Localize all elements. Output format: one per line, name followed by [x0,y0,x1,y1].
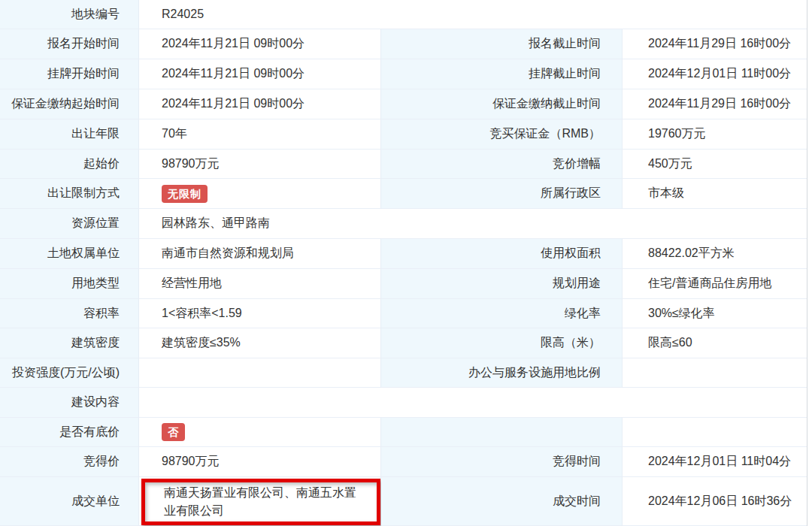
value-bid-deposit: 19760万元 [623,119,807,150]
label-height-limit: 限高（米） [381,328,623,358]
label-plot-ratio: 容积率 [0,299,139,328]
label-land-ownership-unit: 土地权属单位 [0,239,139,269]
value-registration-end-time: 2024年11月29日 16时00分 [623,29,807,59]
label-starting-price: 起始价 [0,150,139,179]
label-registration-start-time: 报名开始时间 [0,29,139,59]
value-investment-intensity [139,358,381,388]
value-grant-term: 70年 [139,119,381,150]
value-admin-district: 市本级 [623,179,807,209]
empty-label-cell [381,418,623,447]
table-row: 出让限制方式 无限制 所属行政区 市本级 [0,179,807,209]
value-listing-end-time: 2024年12月01日 11时00分 [623,59,807,89]
label-bid-deposit: 竞买保证金（RMB） [381,119,623,150]
table-row: 起始价 98790万元 竞价增幅 450万元 [0,150,807,179]
label-building-density: 建筑密度 [0,328,139,358]
table-row: 竞得价 98790万元 竞得时间 2024年12月01日 11时04分 [0,447,807,477]
table-row: 建设内容 [0,388,807,418]
value-construction-content [139,388,807,418]
table-row: 报名开始时间 2024年11月21日 09时00分 报名截止时间 2024年11… [0,29,807,59]
label-usage-right-area: 使用权面积 [381,239,623,269]
label-admin-district: 所属行政区 [381,179,623,209]
table-row: 资源位置 园林路东、通甲路南 [0,209,807,239]
label-plot-number: 地块编号 [0,0,139,29]
label-grant-term: 出让年限 [0,119,139,150]
label-resource-location: 资源位置 [0,209,139,239]
table-row: 投资强度(万元/公顷) 办公与服务设施用地比例 [0,358,807,388]
no-restriction-badge: 无限制 [162,185,208,203]
label-transfer-restriction: 出让限制方式 [0,179,139,209]
highlight-annotation-box: 南通天扬置业有限公司、南通五水置业有限公司 [141,479,380,525]
value-bid-increment: 450万元 [623,150,807,179]
land-parcel-info-table: 地块编号 R24025 报名开始时间 2024年11月21日 09时00分 报名… [0,0,807,526]
value-greening-rate: 30%≤绿化率 [623,299,807,328]
table-row: 挂牌开始时间 2024年11月21日 09时00分 挂牌截止时间 2024年12… [0,59,807,89]
value-deposit-payment-start-time: 2024年11月21日 09时00分 [139,89,381,119]
value-winning-time: 2024年12月01日 11时04分 [623,447,807,477]
table-row: 成交单位 南通天扬置业有限公司、南通五水置业有限公司 成交时间 2024年12月… [0,477,807,526]
value-plot-number: R24025 [139,0,807,29]
table-row: 土地权属单位 南通市自然资源和规划局 使用权面积 88422.02平方米 [0,239,807,269]
label-land-use-type: 用地类型 [0,269,139,299]
value-winning-price: 98790万元 [139,447,381,477]
label-listing-end-time: 挂牌截止时间 [381,59,623,89]
no-badge: 否 [162,423,185,441]
value-office-service-facility-ratio [623,358,807,388]
value-deposit-payment-end-time: 2024年11月29日 16时00分 [623,89,807,119]
label-listing-start-time: 挂牌开始时间 [0,59,139,89]
label-office-service-facility-ratio: 办公与服务设施用地比例 [381,358,623,388]
table-row: 建筑密度 建筑密度≤35% 限高（米） 限高≤60 [0,328,807,358]
value-starting-price: 98790万元 [139,150,381,179]
label-has-reserve-price: 是否有底价 [0,418,139,447]
value-plot-ratio: 1<容积率<1.59 [139,299,381,328]
value-planned-use: 住宅/普通商品住房用地 [623,269,807,299]
table-row: 容积率 1<容积率<1.59 绿化率 30%≤绿化率 [0,299,807,328]
label-registration-end-time: 报名截止时间 [381,29,623,59]
label-transaction-time: 成交时间 [381,477,623,526]
value-usage-right-area: 88422.02平方米 [623,239,807,269]
value-height-limit: 限高≤60 [623,328,807,358]
label-winning-price: 竞得价 [0,447,139,477]
value-land-use-type: 经营性用地 [139,269,381,299]
table-row: 是否有底价 否 [0,418,807,447]
label-greening-rate: 绿化率 [381,299,623,328]
transaction-unit-text: 南通天扬置业有限公司、南通五水置业有限公司 [164,486,356,517]
label-winning-time: 竞得时间 [381,447,623,477]
label-planned-use: 规划用途 [381,269,623,299]
value-has-reserve-price: 否 [139,418,381,447]
value-listing-start-time: 2024年11月21日 09时00分 [139,59,381,89]
value-registration-start-time: 2024年11月21日 09时00分 [139,29,381,59]
label-investment-intensity: 投资强度(万元/公顷) [0,358,139,388]
value-resource-location: 园林路东、通甲路南 [139,209,807,239]
label-deposit-payment-end-time: 保证金缴纳截止时间 [381,89,623,119]
table-row: 地块编号 R24025 [0,0,807,29]
label-construction-content: 建设内容 [0,388,139,418]
value-building-density: 建筑密度≤35% [139,328,381,358]
table-row: 出让年限 70年 竞买保证金（RMB） 19760万元 [0,119,807,150]
value-transaction-time: 2024年12月06日 16时36分 [623,477,807,526]
label-bid-increment: 竞价增幅 [381,150,623,179]
label-transaction-unit: 成交单位 [0,477,139,526]
value-land-ownership-unit: 南通市自然资源和规划局 [139,239,381,269]
value-transaction-unit-cell: 南通天扬置业有限公司、南通五水置业有限公司 [139,477,381,526]
table-row: 用地类型 经营性用地 规划用途 住宅/普通商品住房用地 [0,269,807,299]
value-transfer-restriction: 无限制 [139,179,381,209]
label-deposit-payment-start-time: 保证金缴纳起始时间 [0,89,139,119]
empty-value-cell [623,418,807,447]
table-row: 保证金缴纳起始时间 2024年11月21日 09时00分 保证金缴纳截止时间 2… [0,89,807,119]
